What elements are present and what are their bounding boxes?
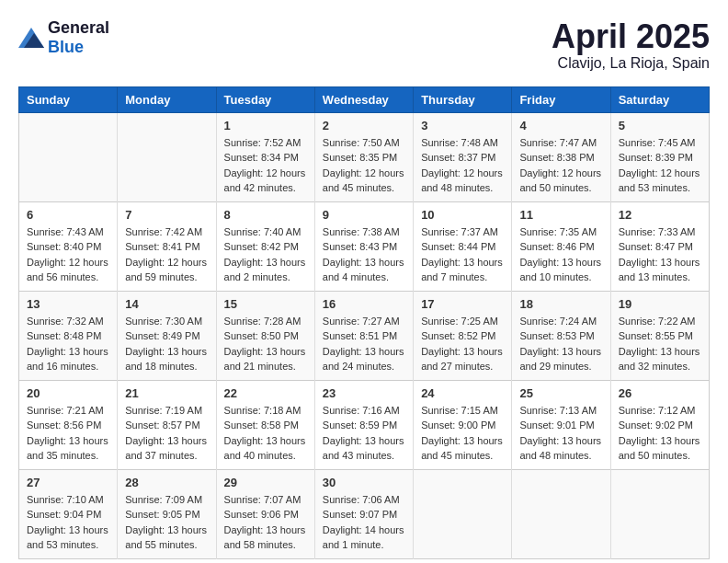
day-number: 7 bbox=[125, 208, 208, 222]
day-cell bbox=[610, 469, 709, 558]
day-info: Sunrise: 7:21 AMSunset: 8:56 PMDaylight:… bbox=[27, 403, 109, 464]
day-info: Sunrise: 7:15 AMSunset: 9:00 PMDaylight:… bbox=[421, 403, 504, 464]
header-cell-wednesday: Wednesday bbox=[314, 86, 413, 112]
header-cell-friday: Friday bbox=[512, 86, 610, 112]
week-row-5: 27Sunrise: 7:10 AMSunset: 9:04 PMDayligh… bbox=[19, 469, 710, 558]
header-row: SundayMondayTuesdayWednesdayThursdayFrid… bbox=[19, 86, 710, 112]
day-number: 17 bbox=[421, 297, 504, 311]
day-cell: 10Sunrise: 7:37 AMSunset: 8:44 PMDayligh… bbox=[414, 201, 512, 291]
day-cell: 3Sunrise: 7:48 AMSunset: 8:37 PMDaylight… bbox=[414, 112, 512, 201]
day-cell: 17Sunrise: 7:25 AMSunset: 8:52 PMDayligh… bbox=[414, 291, 512, 380]
day-cell: 25Sunrise: 7:13 AMSunset: 9:01 PMDayligh… bbox=[512, 380, 610, 469]
day-info: Sunrise: 7:16 AMSunset: 8:59 PMDaylight:… bbox=[323, 403, 405, 464]
day-info: Sunrise: 7:38 AMSunset: 8:43 PMDaylight:… bbox=[323, 224, 405, 285]
day-cell: 9Sunrise: 7:38 AMSunset: 8:43 PMDaylight… bbox=[314, 201, 413, 291]
page-header: General Blue April 2025 Clavijo, La Rioj… bbox=[18, 18, 710, 72]
day-cell: 20Sunrise: 7:21 AMSunset: 8:56 PMDayligh… bbox=[19, 380, 118, 469]
day-cell: 27Sunrise: 7:10 AMSunset: 9:04 PMDayligh… bbox=[19, 469, 118, 558]
day-number: 19 bbox=[619, 297, 701, 311]
day-info: Sunrise: 7:52 AMSunset: 8:34 PMDaylight:… bbox=[224, 135, 307, 196]
day-cell: 8Sunrise: 7:40 AMSunset: 8:42 PMDaylight… bbox=[216, 201, 314, 291]
day-cell: 19Sunrise: 7:22 AMSunset: 8:55 PMDayligh… bbox=[610, 291, 709, 380]
day-number: 14 bbox=[125, 297, 208, 311]
day-number: 8 bbox=[224, 208, 307, 222]
day-cell: 22Sunrise: 7:18 AMSunset: 8:58 PMDayligh… bbox=[216, 380, 314, 469]
day-cell bbox=[414, 469, 512, 558]
day-info: Sunrise: 7:19 AMSunset: 8:57 PMDaylight:… bbox=[125, 403, 208, 464]
day-number: 21 bbox=[125, 386, 208, 400]
day-cell bbox=[118, 112, 216, 201]
day-number: 29 bbox=[224, 476, 307, 489]
day-number: 1 bbox=[224, 119, 307, 132]
day-info: Sunrise: 7:22 AMSunset: 8:55 PMDaylight:… bbox=[619, 314, 701, 374]
week-row-4: 20Sunrise: 7:21 AMSunset: 8:56 PMDayligh… bbox=[19, 380, 710, 469]
day-info: Sunrise: 7:25 AMSunset: 8:52 PMDaylight:… bbox=[421, 314, 504, 374]
title-area: April 2025 Clavijo, La Rioja, Spain bbox=[552, 18, 710, 72]
day-cell: 4Sunrise: 7:47 AMSunset: 8:38 PMDaylight… bbox=[512, 112, 610, 201]
day-number: 24 bbox=[421, 386, 504, 400]
day-cell: 15Sunrise: 7:28 AMSunset: 8:50 PMDayligh… bbox=[216, 291, 314, 380]
logo-icon bbox=[18, 28, 44, 48]
day-number: 5 bbox=[619, 119, 701, 132]
day-number: 22 bbox=[224, 386, 307, 400]
day-cell: 29Sunrise: 7:07 AMSunset: 9:06 PMDayligh… bbox=[216, 469, 314, 558]
day-cell: 13Sunrise: 7:32 AMSunset: 8:48 PMDayligh… bbox=[19, 291, 118, 380]
day-number: 10 bbox=[421, 208, 504, 222]
day-info: Sunrise: 7:35 AMSunset: 8:46 PMDaylight:… bbox=[519, 224, 602, 285]
header-cell-saturday: Saturday bbox=[610, 86, 709, 112]
day-info: Sunrise: 7:47 AMSunset: 8:38 PMDaylight:… bbox=[519, 135, 602, 196]
day-info: Sunrise: 7:48 AMSunset: 8:37 PMDaylight:… bbox=[421, 135, 504, 196]
day-info: Sunrise: 7:07 AMSunset: 9:06 PMDaylight:… bbox=[224, 492, 307, 553]
day-info: Sunrise: 7:27 AMSunset: 8:51 PMDaylight:… bbox=[323, 314, 405, 374]
day-info: Sunrise: 7:50 AMSunset: 8:35 PMDaylight:… bbox=[323, 135, 405, 196]
month-title: April 2025 bbox=[552, 18, 710, 55]
day-number: 4 bbox=[519, 119, 602, 132]
day-cell: 24Sunrise: 7:15 AMSunset: 9:00 PMDayligh… bbox=[414, 380, 512, 469]
day-number: 30 bbox=[323, 476, 405, 489]
day-cell: 26Sunrise: 7:12 AMSunset: 9:02 PMDayligh… bbox=[610, 380, 709, 469]
day-number: 6 bbox=[27, 208, 109, 222]
day-cell: 23Sunrise: 7:16 AMSunset: 8:59 PMDayligh… bbox=[314, 380, 413, 469]
day-number: 12 bbox=[619, 208, 701, 222]
day-info: Sunrise: 7:13 AMSunset: 9:01 PMDaylight:… bbox=[519, 403, 602, 464]
header-cell-sunday: Sunday bbox=[19, 86, 118, 112]
calendar-table: SundayMondayTuesdayWednesdayThursdayFrid… bbox=[18, 86, 710, 559]
day-cell: 1Sunrise: 7:52 AMSunset: 8:34 PMDaylight… bbox=[216, 112, 314, 201]
day-info: Sunrise: 7:30 AMSunset: 8:49 PMDaylight:… bbox=[125, 314, 208, 374]
day-info: Sunrise: 7:32 AMSunset: 8:48 PMDaylight:… bbox=[27, 314, 109, 374]
day-number: 18 bbox=[519, 297, 602, 311]
logo: General Blue bbox=[18, 18, 109, 57]
logo-text-general: General bbox=[48, 18, 109, 37]
location-title: Clavijo, La Rioja, Spain bbox=[552, 55, 710, 72]
day-number: 25 bbox=[519, 386, 602, 400]
day-cell bbox=[19, 112, 118, 201]
header-cell-monday: Monday bbox=[118, 86, 216, 112]
day-info: Sunrise: 7:45 AMSunset: 8:39 PMDaylight:… bbox=[619, 135, 701, 196]
logo-text-blue: Blue bbox=[48, 38, 84, 56]
day-number: 2 bbox=[323, 119, 405, 132]
week-row-1: 1Sunrise: 7:52 AMSunset: 8:34 PMDaylight… bbox=[19, 112, 710, 201]
header-cell-thursday: Thursday bbox=[414, 86, 512, 112]
day-cell: 6Sunrise: 7:43 AMSunset: 8:40 PMDaylight… bbox=[19, 201, 118, 291]
calendar-body: 1Sunrise: 7:52 AMSunset: 8:34 PMDaylight… bbox=[19, 112, 710, 558]
day-info: Sunrise: 7:43 AMSunset: 8:40 PMDaylight:… bbox=[27, 224, 109, 285]
week-row-2: 6Sunrise: 7:43 AMSunset: 8:40 PMDaylight… bbox=[19, 201, 710, 291]
day-number: 3 bbox=[421, 119, 504, 132]
day-info: Sunrise: 7:37 AMSunset: 8:44 PMDaylight:… bbox=[421, 224, 504, 285]
day-number: 16 bbox=[323, 297, 405, 311]
day-info: Sunrise: 7:24 AMSunset: 8:53 PMDaylight:… bbox=[519, 314, 602, 374]
day-cell: 16Sunrise: 7:27 AMSunset: 8:51 PMDayligh… bbox=[314, 291, 413, 380]
day-number: 27 bbox=[27, 476, 109, 489]
day-number: 28 bbox=[125, 476, 208, 489]
day-cell: 18Sunrise: 7:24 AMSunset: 8:53 PMDayligh… bbox=[512, 291, 610, 380]
day-number: 15 bbox=[224, 297, 307, 311]
day-number: 26 bbox=[619, 386, 701, 400]
day-info: Sunrise: 7:18 AMSunset: 8:58 PMDaylight:… bbox=[224, 403, 307, 464]
header-cell-tuesday: Tuesday bbox=[216, 86, 314, 112]
day-info: Sunrise: 7:06 AMSunset: 9:07 PMDaylight:… bbox=[323, 492, 405, 553]
day-cell: 14Sunrise: 7:30 AMSunset: 8:49 PMDayligh… bbox=[118, 291, 216, 380]
day-info: Sunrise: 7:28 AMSunset: 8:50 PMDaylight:… bbox=[224, 314, 307, 374]
day-cell: 30Sunrise: 7:06 AMSunset: 9:07 PMDayligh… bbox=[314, 469, 413, 558]
day-info: Sunrise: 7:12 AMSunset: 9:02 PMDaylight:… bbox=[619, 403, 701, 464]
day-info: Sunrise: 7:09 AMSunset: 9:05 PMDaylight:… bbox=[125, 492, 208, 553]
